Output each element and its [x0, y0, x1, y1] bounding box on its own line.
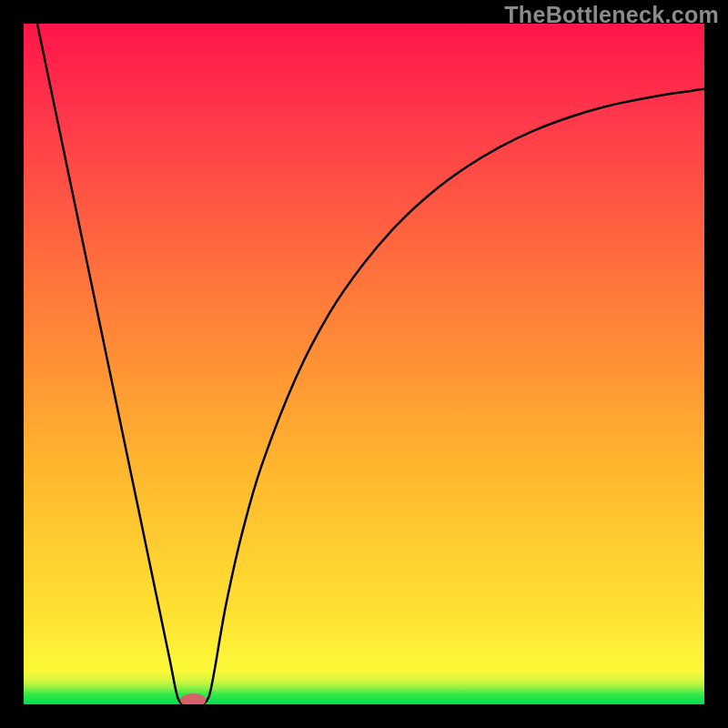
chart-frame: TheBottleneck.com: [0, 0, 728, 728]
gradient-background: [24, 24, 704, 704]
bottleneck-chart: [24, 24, 704, 704]
watermark-text: TheBottleneck.com: [504, 2, 719, 28]
